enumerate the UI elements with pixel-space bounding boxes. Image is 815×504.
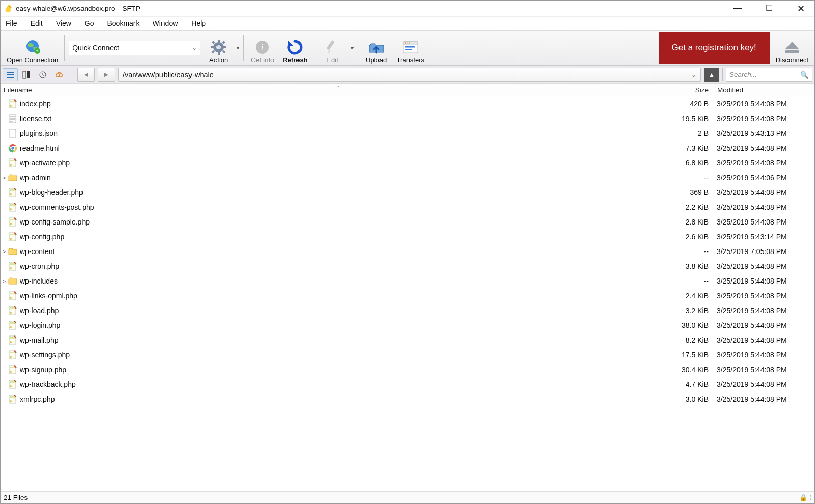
svg-rect-28 — [785, 50, 799, 53]
edit-button[interactable]: Edit — [316, 31, 349, 65]
refresh-button[interactable]: Refresh — [279, 31, 311, 65]
registration-banner[interactable]: Get a registration key! — [659, 32, 770, 64]
svg-rect-71 — [10, 307, 15, 309]
view-list-button[interactable] — [3, 68, 18, 81]
view-columns-button[interactable] — [19, 68, 34, 81]
menu-file[interactable]: File — [4, 18, 19, 29]
file-name: wp-signup.php — [20, 366, 673, 374]
search-icon: 🔍 — [800, 71, 809, 79]
folder-icon — [8, 246, 18, 257]
column-filename[interactable]: Filename ˄ — [1, 86, 673, 94]
menu-window[interactable]: Window — [151, 18, 180, 29]
file-modified: 3/25/2019 5:44:08 PM — [713, 277, 814, 285]
table-row[interactable]: wp-config.php2.6 KiB3/25/2019 5:43:14 PM — [1, 229, 814, 244]
menu-go[interactable]: Go — [83, 18, 96, 29]
table-row[interactable]: wp-load.php3.2 KiB3/25/2019 5:44:08 PM — [1, 303, 814, 318]
svg-rect-17 — [212, 50, 215, 53]
table-row[interactable]: xmlrpc.php3.0 KiB3/25/2019 5:44:08 PM — [1, 391, 814, 406]
file-size: 6.8 KiB — [673, 159, 713, 167]
file-modified: 3/25/2019 5:43:14 PM — [713, 233, 814, 241]
svg-rect-65 — [10, 263, 15, 265]
column-modified[interactable]: Modified — [713, 86, 814, 94]
expand-toggle[interactable]: > — [1, 175, 8, 181]
file-name: wp-cron.php — [20, 262, 673, 270]
go-up-button[interactable]: ▲ — [704, 68, 719, 82]
back-button[interactable]: ◄ — [77, 68, 95, 82]
table-row[interactable]: plugins.json2 B3/25/2019 5:43:13 PM — [1, 126, 814, 141]
table-row[interactable]: wp-trackback.php4.7 KiB3/25/2019 5:44:08… — [1, 377, 814, 391]
toolbar: + Open Connection Quick Connect ⌄ Action… — [1, 30, 814, 66]
svg-point-4 — [28, 43, 34, 47]
path-combo[interactable]: /var/www/public/easy-whale ⌄ — [118, 68, 701, 82]
svg-rect-12 — [211, 46, 214, 48]
maximize-button[interactable]: ☐ — [762, 4, 777, 13]
svg-point-9 — [216, 45, 221, 49]
table-row[interactable]: readme.html7.3 KiB3/25/2019 5:44:08 PM — [1, 141, 814, 155]
file-name: wp-comments-post.php — [20, 203, 673, 211]
file-list[interactable]: index.php420 B3/25/2019 5:44:08 PMlicens… — [1, 96, 814, 491]
file-modified: 3/25/2019 5:44:08 PM — [713, 218, 814, 226]
menu-edit[interactable]: Edit — [29, 18, 45, 29]
forward-button[interactable]: ► — [98, 68, 115, 82]
get-info-button[interactable]: i Get Info — [246, 31, 279, 65]
menu-bookmark[interactable]: Bookmark — [105, 18, 141, 29]
file-size: 3.0 KiB — [673, 395, 713, 403]
close-button[interactable]: ✕ — [793, 4, 808, 13]
menu-help[interactable]: Help — [189, 18, 208, 29]
column-size[interactable]: Size — [673, 86, 713, 94]
svg-rect-26 — [405, 46, 415, 48]
table-row[interactable]: >wp-includes--3/25/2019 5:44:08 PM — [1, 273, 814, 288]
file-size: -- — [673, 247, 713, 256]
php-icon — [8, 379, 18, 389]
transfers-button[interactable]: Transfers — [393, 31, 428, 65]
expand-toggle[interactable]: > — [1, 278, 8, 284]
expand-toggle[interactable]: > — [1, 248, 8, 255]
file-size: 4.7 KiB — [673, 380, 713, 388]
table-row[interactable]: wp-links-opml.php2.4 KiB3/25/2019 5:44:0… — [1, 288, 814, 303]
upload-icon — [368, 39, 385, 56]
svg-point-87 — [10, 385, 12, 387]
blank-icon — [8, 128, 18, 138]
file-name: plugins.json — [20, 129, 673, 137]
svg-point-66 — [10, 267, 12, 269]
php-icon — [8, 217, 18, 227]
history-button[interactable] — [35, 68, 50, 81]
svg-point-75 — [10, 326, 12, 328]
menu-view[interactable]: View — [54, 18, 73, 29]
php-icon — [8, 99, 18, 109]
svg-rect-83 — [10, 367, 15, 368]
quick-connect-combo[interactable]: Quick Connect ⌄ — [69, 41, 200, 55]
table-row[interactable]: license.txt19.5 KiB3/25/2019 5:44:08 PM — [1, 111, 814, 126]
action-dropdown-arrow[interactable]: ▾ — [235, 45, 241, 51]
table-row[interactable]: wp-login.php38.0 KiB3/25/2019 5:44:08 PM — [1, 318, 814, 332]
open-connection-button[interactable]: + Open Connection — [3, 31, 62, 65]
file-size: 2.2 KiB — [673, 203, 713, 211]
php-icon — [8, 158, 18, 168]
table-row[interactable]: wp-activate.php6.8 KiB3/25/2019 5:44:08 … — [1, 155, 814, 170]
bonjour-button[interactable] — [51, 68, 67, 81]
table-row[interactable]: wp-comments-post.php2.2 KiB3/25/2019 5:4… — [1, 200, 814, 214]
php-icon — [8, 187, 18, 198]
action-button[interactable]: Action — [202, 31, 235, 65]
upload-button[interactable]: Upload — [360, 31, 393, 65]
svg-rect-40 — [9, 115, 16, 123]
table-row[interactable]: wp-signup.php30.4 KiB3/25/2019 5:44:08 P… — [1, 362, 814, 377]
table-row[interactable]: wp-mail.php8.2 KiB3/25/2019 5:44:08 PM — [1, 332, 814, 347]
table-row[interactable]: wp-settings.php17.5 KiB3/25/2019 5:44:08… — [1, 347, 814, 362]
chevron-down-icon: ⌄ — [691, 71, 696, 78]
edit-dropdown-arrow[interactable]: ▾ — [349, 45, 356, 51]
disconnect-button[interactable]: Disconnect — [772, 31, 812, 65]
table-row[interactable]: wp-cron.php3.8 KiB3/25/2019 5:44:08 PM — [1, 259, 814, 273]
table-row[interactable]: wp-blog-header.php369 B3/25/2019 5:44:08… — [1, 185, 814, 200]
table-row[interactable]: wp-config-sample.php2.8 KiB3/25/2019 5:4… — [1, 214, 814, 229]
svg-rect-62 — [10, 234, 15, 235]
table-row[interactable]: >wp-content--3/25/2019 7:05:08 PM — [1, 244, 814, 259]
file-modified: 3/25/2019 5:44:08 PM — [713, 115, 814, 123]
search-input[interactable]: Search... 🔍 — [726, 68, 812, 82]
file-modified: 3/25/2019 5:44:08 PM — [713, 144, 814, 152]
table-row[interactable]: >wp-admin--3/25/2019 5:44:06 PM — [1, 170, 814, 185]
file-size: 3.2 KiB — [673, 306, 713, 315]
table-row[interactable]: index.php420 B3/25/2019 5:44:08 PM — [1, 96, 814, 111]
file-modified: 3/25/2019 5:44:08 PM — [713, 306, 814, 315]
minimize-button[interactable]: — — [730, 4, 745, 13]
